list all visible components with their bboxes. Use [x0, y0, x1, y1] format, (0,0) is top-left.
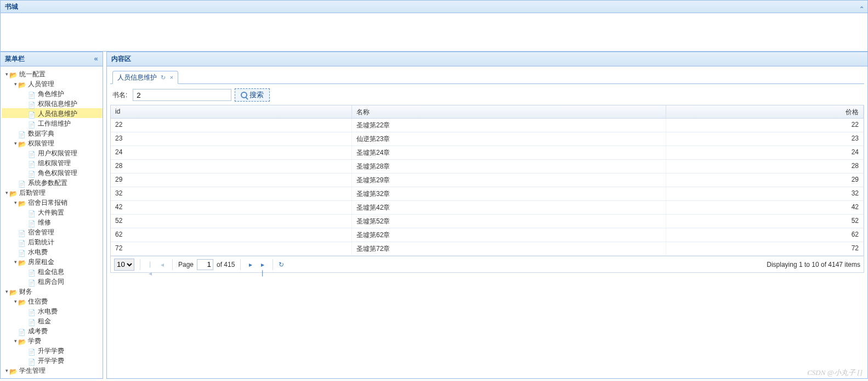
tree-node[interactable]: 维修	[2, 217, 103, 227]
table-row[interactable]: 32圣墟第32章32	[111, 187, 864, 201]
tree-node[interactable]: 租金	[2, 316, 103, 326]
tree-node[interactable]: ▾人员管理	[2, 79, 103, 88]
tree-node-label: 水电费	[28, 248, 48, 256]
search-button[interactable]: 搜索	[235, 88, 270, 102]
file-icon	[28, 209, 37, 216]
file-icon	[28, 169, 37, 177]
tree-toggle-icon[interactable]: ▾	[4, 188, 9, 198]
tree-node[interactable]: 成考费	[2, 326, 103, 335]
tree-node[interactable]: ▾后勤管理	[2, 187, 103, 197]
titlebar-collapse-icon[interactable]: ⌃	[859, 3, 864, 15]
tree-node[interactable]: 工作组维护	[2, 118, 103, 128]
cell-price: 42	[666, 201, 864, 214]
data-grid: id 名称 价格 22圣墟第22章2223仙逆第23章2324圣墟第24章242…	[110, 105, 864, 256]
tree-node[interactable]: 大件购置	[2, 207, 103, 217]
search-input[interactable]	[133, 89, 231, 101]
table-row[interactable]: 42圣墟第42章42	[111, 201, 864, 215]
pager-refresh-icon[interactable]: ↻	[279, 261, 284, 268]
tree-node-label: 大件购置	[38, 209, 64, 216]
cell-price: 28	[666, 160, 864, 173]
tree-node-label: 数据字典	[28, 130, 54, 137]
table-row[interactable]: 23仙逆第23章23	[111, 132, 864, 146]
tree-node[interactable]: ▾财务	[2, 286, 103, 296]
tree-node[interactable]: ▾统一配置	[2, 69, 103, 79]
tree-node[interactable]: 组权限管理	[2, 158, 103, 167]
tab-close-icon[interactable]: ×	[170, 74, 173, 81]
tree-node[interactable]: 系统参数配置	[2, 177, 103, 187]
tree-toggle-icon[interactable]: ▾	[13, 138, 18, 148]
table-row[interactable]: 24圣墟第24章24	[111, 146, 864, 160]
table-row[interactable]: 29圣墟第29章29	[111, 173, 864, 187]
tree-node[interactable]: 角色权限管理	[2, 167, 103, 177]
table-row[interactable]: 72圣墟第72章72	[111, 242, 864, 256]
cell-id: 42	[111, 201, 352, 214]
file-icon	[28, 90, 37, 98]
tree-node[interactable]: ▾住宿费	[2, 296, 103, 306]
tree-node[interactable]: 角色维护	[2, 88, 103, 98]
grid-body: 22圣墟第22章2223仙逆第23章2324圣墟第24章2428圣墟第28章28…	[111, 119, 864, 256]
pager-last-icon[interactable]: ▸丨	[258, 260, 267, 269]
tree-node[interactable]: ▾房屋租金	[2, 256, 103, 266]
tree-node-label: 人员管理	[28, 80, 54, 88]
tree-node-label: 财务	[19, 288, 32, 295]
pager-next-icon[interactable]: ▸	[246, 260, 255, 269]
folder-icon	[9, 189, 18, 197]
tree-node-label: 用户权限管理	[38, 149, 77, 157]
table-row[interactable]: 22圣墟第22章22	[111, 119, 864, 132]
tree-node-label: 权限管理	[28, 139, 54, 147]
tree-node[interactable]: 水电费	[2, 246, 103, 256]
tree-node[interactable]: 权限信息维护	[2, 98, 103, 108]
tree-node-label: 工作组维护	[38, 120, 71, 127]
table-row[interactable]: 28圣墟第28章28	[111, 160, 864, 173]
tree-node[interactable]: 宿舍管理	[2, 227, 103, 237]
tree-node[interactable]: 开学学费	[2, 355, 103, 365]
tree-node-label: 成考费	[28, 327, 48, 335]
tree-node[interactable]: 人员信息维护	[2, 108, 103, 118]
tab-person-info[interactable]: 人员信息维护 ↻ ×	[112, 71, 178, 84]
tree-node[interactable]: 数据字典	[2, 128, 103, 138]
tree-toggle-icon[interactable]: ▾	[13, 198, 18, 208]
cell-id: 22	[111, 119, 352, 132]
file-icon	[18, 248, 27, 256]
tree-node[interactable]: 水电费	[2, 306, 103, 316]
tree-toggle-icon[interactable]: ▾	[13, 79, 18, 89]
tree-node[interactable]: 升学学费	[2, 345, 103, 355]
tree-node[interactable]: ▾权限管理	[2, 138, 103, 148]
tree-node[interactable]: 租房合同	[2, 276, 103, 286]
pager-page-label: Page	[178, 261, 194, 268]
folder-icon	[18, 337, 27, 345]
col-id[interactable]: id	[111, 105, 352, 118]
tree-node[interactable]: ▾学费	[2, 335, 103, 345]
table-row[interactable]: 62圣墟第62章62	[111, 228, 864, 242]
table-row[interactable]: 52圣墟第52章52	[111, 215, 864, 228]
file-icon	[28, 100, 37, 108]
pager-first-icon[interactable]: 丨◂	[146, 260, 155, 269]
file-icon	[28, 357, 37, 365]
tree-node-label: 房屋租金	[28, 258, 54, 266]
tree-node-label: 住宿费	[28, 298, 48, 305]
cell-name: 圣墟第72章	[352, 242, 666, 255]
tree-toggle-icon[interactable]: ▾	[13, 257, 18, 267]
col-name[interactable]: 名称	[352, 105, 666, 118]
tree-toggle-icon[interactable]: ▾	[13, 336, 18, 346]
file-icon	[28, 149, 37, 157]
tree-toggle-icon[interactable]: ▾	[4, 69, 9, 79]
col-price[interactable]: 价格	[666, 105, 864, 118]
pager-page-input[interactable]	[197, 259, 213, 270]
app-titlebar: 书城 ⌃	[0, 0, 868, 13]
pager-prev-icon[interactable]: ◂	[158, 260, 167, 269]
tree-node[interactable]: 用户权限管理	[2, 148, 103, 158]
tree-node[interactable]: ▾学生管理	[2, 365, 103, 375]
sidebar-collapse-icon[interactable]: «	[92, 54, 100, 63]
search-bar: 书名: 搜索	[110, 87, 864, 103]
tree-toggle-icon[interactable]: ▾	[13, 296, 18, 306]
tree-toggle-icon[interactable]: ▾	[4, 366, 9, 376]
tab-refresh-icon[interactable]: ↻	[161, 74, 166, 81]
search-button-label: 搜索	[249, 90, 264, 100]
tree-node[interactable]: 后勤统计	[2, 237, 103, 246]
search-label: 书名:	[110, 89, 129, 101]
tree-toggle-icon[interactable]: ▾	[4, 287, 9, 296]
tree-node[interactable]: ▾宿舍日常报销	[2, 197, 103, 207]
page-size-select[interactable]: 10	[114, 259, 134, 271]
tree-node[interactable]: 租金信息	[2, 266, 103, 276]
